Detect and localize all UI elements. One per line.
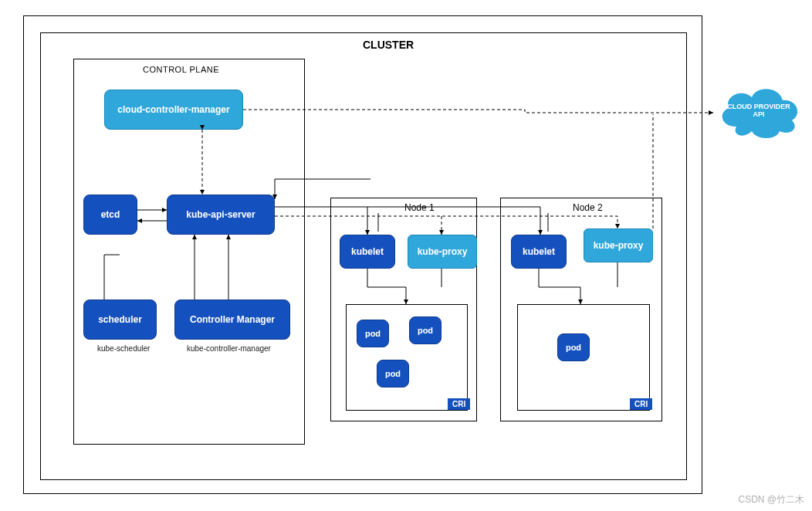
node1-kube-proxy: kube-proxy — [408, 235, 477, 269]
node1-kubelet: kubelet — [340, 235, 395, 269]
control-plane-title: CONTROL PLANE — [143, 65, 219, 74]
node1-pod-1: pod — [357, 320, 389, 347]
cluster-title: CLUSTER — [363, 39, 414, 51]
cloud-label: CLOUD PROVIDER API — [713, 103, 804, 118]
node1-pod-3: pod — [377, 360, 409, 387]
node1-pod-2: pod — [409, 316, 442, 344]
node2-title: Node 2 — [573, 202, 603, 213]
kube-api-server: kube-api-server — [167, 195, 275, 235]
cloud-provider-api: CLOUD PROVIDER API — [713, 80, 804, 140]
node2-kubelet: kubelet — [511, 235, 567, 269]
cm-caption: kube-controller-manager — [187, 344, 271, 353]
watermark: CSDN @竹二木 — [738, 493, 804, 506]
scheduler: scheduler — [83, 299, 157, 340]
node2-pod-1: pod — [557, 333, 590, 361]
etcd: etcd — [83, 195, 137, 235]
node1-title: Node 1 — [404, 202, 435, 213]
cloud-controller-manager: cloud-controller-manager — [104, 90, 243, 130]
node1-cri-label: CRI — [448, 398, 470, 410]
scheduler-caption: kube-scheduler — [97, 344, 150, 353]
controller-manager: Controller Manager — [174, 299, 290, 340]
node2-cri-label: CRI — [630, 398, 652, 410]
node2-kube-proxy: kube-proxy — [584, 228, 653, 262]
